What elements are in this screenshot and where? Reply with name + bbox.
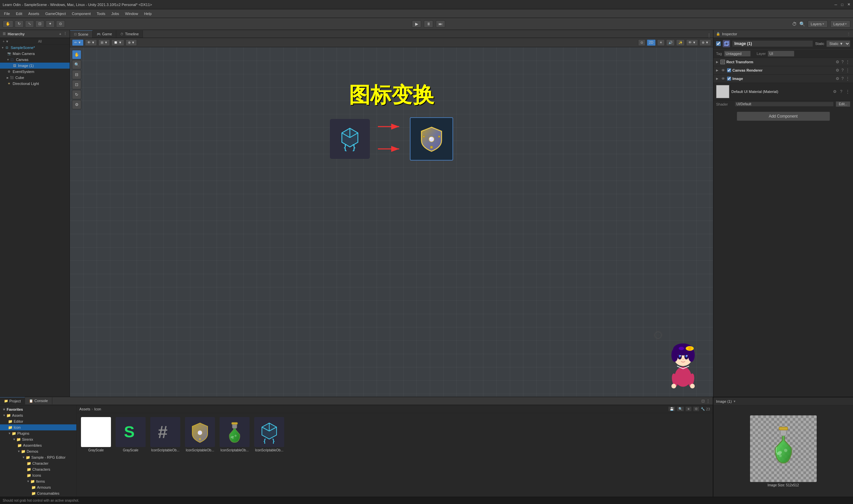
toolbar-scale-tool[interactable]: ⤡ bbox=[25, 20, 34, 28]
tab-game[interactable]: 🎮 Game bbox=[93, 30, 116, 38]
hierarchy-item-eventsystem[interactable]: ⚙ EventSystem bbox=[0, 69, 70, 75]
layout-dropdown[interactable]: Layout ▼ bbox=[830, 20, 850, 28]
bottom-panel-expand[interactable]: ⊡ bbox=[701, 399, 705, 403]
scene-gizmos-btn[interactable]: ⊕ ▼ bbox=[699, 39, 711, 46]
canvas-renderer-help[interactable]: ? bbox=[841, 68, 844, 73]
menu-edit[interactable]: Edit bbox=[13, 11, 25, 16]
search-button[interactable]: 🔍 bbox=[799, 21, 805, 26]
scene-zoom-in-tool[interactable]: 🔍 bbox=[72, 60, 81, 69]
scene-audio-btn[interactable]: 🔊 bbox=[666, 39, 675, 46]
scene-snap-tool[interactable]: 🔲 ▼ bbox=[111, 39, 124, 46]
project-save-layout-btn[interactable]: 💾 bbox=[668, 407, 675, 411]
menu-assets[interactable]: Assets bbox=[26, 11, 42, 16]
image-help[interactable]: ? bbox=[841, 76, 844, 81]
layer-dropdown[interactable]: UI bbox=[768, 51, 794, 57]
inspector-options[interactable]: ⋮ bbox=[847, 32, 850, 36]
scene-view[interactable]: ✋ 🔍 ⊟ ⊡ ↻ ⚙ 图标变换 bbox=[70, 47, 713, 397]
proj-editor[interactable]: 📁 Editor bbox=[0, 418, 76, 425]
shader-value-input[interactable] bbox=[735, 102, 834, 107]
canvas-renderer-checkbox[interactable] bbox=[727, 68, 731, 72]
menu-component[interactable]: Component bbox=[69, 11, 93, 16]
hierarchy-item-maincamera[interactable]: 📷 Main Camera bbox=[0, 51, 70, 57]
proj-icon[interactable]: 📁 Icon bbox=[0, 425, 76, 430]
hierarchy-item-directionallight[interactable]: ☀ Directional Light bbox=[0, 80, 70, 87]
rect-transform-header[interactable]: ▶ Rect Transform ⚙ ? ⋮ bbox=[713, 58, 853, 66]
hierarchy-options-icon[interactable]: ⋮ bbox=[63, 32, 67, 36]
scene-gizmo-tool[interactable]: ⊕ ▼ bbox=[126, 39, 137, 46]
canvas-renderer-header[interactable]: ▶ 👁 Canvas Renderer ⚙ ? ⋮ bbox=[713, 66, 853, 74]
menu-gameobject[interactable]: GameObject bbox=[43, 11, 69, 16]
rect-transform-menu[interactable]: ⋮ bbox=[845, 60, 850, 64]
tab-console[interactable]: 📋 Console bbox=[25, 397, 52, 404]
menu-tools[interactable]: Tools bbox=[94, 11, 108, 16]
asset-grayscale-1[interactable]: GrayScale bbox=[79, 416, 113, 454]
scene-light-btn[interactable]: ☀ bbox=[657, 39, 665, 46]
menu-jobs[interactable]: Jobs bbox=[109, 11, 122, 16]
proj-assets[interactable]: ▼ 📁 Assets bbox=[0, 412, 76, 418]
hierarchy-item-cube[interactable]: ▶ ⬛ Cube bbox=[0, 75, 70, 80]
proj-items[interactable]: ▼ 📁 Items bbox=[0, 478, 76, 484]
scene-hidden-btn[interactable]: 👁 ▼ bbox=[686, 39, 698, 46]
proj-demos[interactable]: ▼ 📁 Demos bbox=[0, 448, 76, 454]
proj-armours[interactable]: 📁 Armours bbox=[0, 484, 76, 490]
cube-expand[interactable]: ▶ bbox=[7, 76, 9, 79]
proj-sample-rpg[interactable]: ▼ 📁 Sample - RPG Editor bbox=[0, 454, 76, 461]
rect-transform-help[interactable]: ? bbox=[841, 60, 844, 64]
proj-icons[interactable]: 📁 Icons bbox=[0, 472, 76, 478]
proj-consumables[interactable]: 📁 Consumables bbox=[0, 490, 76, 496]
shader-edit-button[interactable]: Edit... bbox=[836, 101, 850, 107]
image-menu[interactable]: ⋮ bbox=[845, 76, 850, 81]
step-button[interactable]: ⏭ bbox=[436, 20, 445, 28]
scene-view-tool[interactable]: 👁 ▼ bbox=[85, 39, 97, 46]
menu-window[interactable]: Window bbox=[122, 11, 141, 16]
breadcrumb-icon[interactable]: Icon bbox=[94, 407, 101, 411]
toolbar-custom-tool[interactable]: ⊙ bbox=[56, 20, 65, 28]
window-close[interactable]: ✕ bbox=[847, 2, 850, 7]
hierarchy-add-icon[interactable]: + bbox=[59, 32, 61, 36]
scene-fx-btn[interactable]: ✨ bbox=[676, 39, 685, 46]
window-maximize[interactable]: □ bbox=[841, 3, 843, 7]
scene-grid-tool[interactable]: ⊞ ▼ bbox=[98, 39, 110, 46]
toolbar-move-tool[interactable]: ✋ bbox=[3, 20, 13, 28]
canvas-renderer-settings[interactable]: ⚙ bbox=[835, 68, 840, 73]
play-button[interactable]: ▶ bbox=[412, 20, 421, 28]
samplescene-expand[interactable]: ▼ bbox=[1, 46, 4, 49]
image-checkbox[interactable] bbox=[727, 77, 731, 80]
toolbar-rect-tool[interactable]: ⊡ bbox=[35, 20, 44, 28]
hierarchy-add-btn[interactable]: + ▼ bbox=[3, 40, 9, 43]
scene-hand-tool[interactable]: ✋ bbox=[72, 50, 81, 59]
layers-dropdown[interactable]: Layers ▼ bbox=[808, 20, 828, 28]
image-component-header[interactable]: ▶ 👁 Image ⚙ ? ⋮ bbox=[713, 75, 853, 83]
inspector-lock-icon[interactable]: 🔒 bbox=[716, 32, 720, 36]
menu-file[interactable]: File bbox=[1, 11, 13, 16]
preview-dropdown-arrow[interactable]: ▼ bbox=[733, 400, 736, 403]
proj-assemblies[interactable]: 📁 Assemblies bbox=[0, 443, 76, 448]
breadcrumb-assets[interactable]: Assets bbox=[79, 407, 90, 411]
scene-draw-tool[interactable]: ✏ ▼ bbox=[72, 39, 84, 46]
asset-icon-so-1[interactable]: # IconScriptableOb... bbox=[148, 416, 182, 454]
toolbar-rotate-tool[interactable]: ↻ bbox=[15, 20, 24, 28]
material-help[interactable]: ? bbox=[839, 89, 843, 94]
project-filter-btn[interactable]: 🔍 bbox=[677, 407, 684, 411]
scene-persp-btn[interactable]: ⊙ bbox=[638, 39, 645, 46]
window-minimize[interactable]: ─ bbox=[835, 3, 837, 7]
history-button[interactable]: ⏱ bbox=[792, 21, 797, 26]
tab-timeline[interactable]: ⏱ Timeline bbox=[116, 30, 143, 38]
rect-transform-settings[interactable]: ⚙ bbox=[835, 60, 840, 64]
material-menu[interactable]: ⋮ bbox=[845, 89, 850, 94]
image-settings[interactable]: ⚙ bbox=[835, 76, 840, 81]
toolbar-transform-tool[interactable]: ✦ bbox=[46, 20, 55, 28]
proj-character[interactable]: 📁 Character bbox=[0, 461, 76, 466]
tab-scene[interactable]: ⊡ Scene bbox=[70, 30, 93, 38]
hierarchy-item-canvas[interactable]: ▼ ⬚ Canvas bbox=[0, 57, 70, 62]
object-name-input[interactable] bbox=[732, 40, 813, 47]
material-settings[interactable]: ⚙ bbox=[832, 89, 837, 94]
static-dropdown[interactable]: Static ▼ bbox=[827, 40, 850, 47]
tab-project[interactable]: 📁 Project bbox=[0, 397, 25, 404]
hierarchy-item-image1[interactable]: 🖼 Image (1) bbox=[0, 62, 70, 69]
add-component-button[interactable]: Add Component bbox=[737, 112, 830, 121]
scene-rotate-2d-tool[interactable]: ↻ bbox=[72, 90, 81, 99]
favorites-expand[interactable]: ★ bbox=[3, 408, 5, 411]
proj-characters[interactable]: 📁 Characters bbox=[0, 466, 76, 472]
project-star-btn[interactable]: ★ bbox=[686, 407, 692, 411]
